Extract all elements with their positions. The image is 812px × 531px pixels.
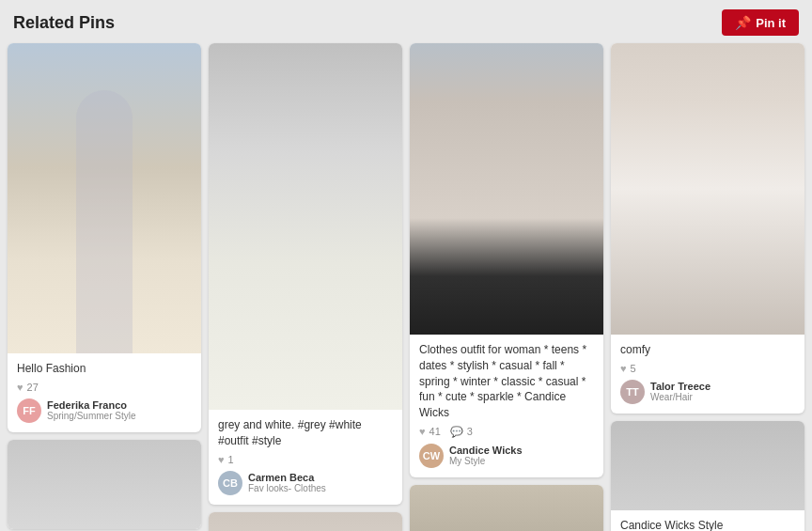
pin-user: TT Talor Treece Wear/Hair	[620, 380, 795, 404]
pin-like-count: 41	[429, 426, 441, 437]
pin-stats: ♥ 27	[17, 382, 192, 393]
pin-card[interactable]	[209, 512, 402, 531]
avatar-initials: FF	[23, 405, 35, 416]
pin-card[interactable]: comfy ♥ 5 TT Talor Treece Wear/Hair	[611, 43, 804, 414]
pin-card[interactable]	[8, 440, 201, 529]
pin-column-3: Clothes outfit for woman * teens * dates…	[410, 43, 603, 531]
avatar: CB	[218, 471, 242, 495]
pin-title: Candice Wicks Style	[620, 518, 795, 531]
user-info: Candice Wicks My Style	[449, 445, 523, 466]
pin-image	[209, 43, 402, 410]
pin-like-count: 27	[27, 382, 39, 393]
pin-column-2: grey and white. #grey #white #outfit #st…	[209, 43, 402, 531]
user-name: Federika Franco	[47, 399, 135, 411]
pins-grid: Hello Fashion ♥ 27 FF Federika Franco Sp…	[0, 43, 812, 531]
user-name: Talor Treece	[650, 381, 710, 392]
avatar: TT	[620, 380, 645, 404]
user-name: Candice Wicks	[449, 445, 523, 456]
pin-image	[611, 421, 804, 510]
user-info: Federika Franco Spring/Summer Style	[47, 399, 135, 421]
pin-card[interactable]	[410, 485, 603, 531]
pin-icon: 📌	[735, 15, 751, 30]
pin-stats: ♥ 41 💬 3	[419, 426, 594, 438]
pin-body: grey and white. #grey #white #outfit #st…	[209, 410, 402, 505]
pin-column-1: Hello Fashion ♥ 27 FF Federika Franco Sp…	[8, 43, 201, 529]
heart-icon: ♥	[17, 382, 23, 393]
avatar-initials: TT	[626, 386, 638, 398]
pin-stats: ♥ 1	[218, 454, 393, 465]
pin-card[interactable]: Candice Wicks Style	[611, 421, 804, 531]
pin-column-4: comfy ♥ 5 TT Talor Treece Wear/Hair	[611, 43, 804, 531]
pin-user: FF Federika Franco Spring/Summer Style	[17, 398, 192, 423]
board-name: Fav looks- Clothes	[248, 483, 326, 493]
pin-card[interactable]: Hello Fashion ♥ 27 FF Federika Franco Sp…	[8, 43, 201, 432]
avatar-initials: CW	[423, 450, 440, 461]
pin-body: Clothes outfit for woman * teens * dates…	[410, 335, 603, 477]
pin-title: comfy	[620, 342, 795, 358]
pin-user: CW Candice Wicks My Style	[419, 444, 594, 468]
pin-image	[8, 440, 201, 529]
pin-body: comfy ♥ 5 TT Talor Treece Wear/Hair	[611, 335, 804, 414]
pin-image	[611, 43, 804, 335]
avatar: FF	[17, 398, 41, 423]
pin-image	[8, 43, 201, 353]
pin-button-label: Pin it	[756, 16, 786, 30]
pin-user: CB Carmen Beca Fav looks- Clothes	[218, 471, 393, 495]
heart-icon: ♥	[218, 454, 225, 465]
user-info: Talor Treece Wear/Hair	[650, 381, 710, 402]
avatar: CW	[419, 444, 444, 468]
pin-title: Hello Fashion	[17, 361, 192, 377]
section-header: Related Pins 📌 Pin it	[0, 0, 812, 43]
comment-icon: 💬	[450, 426, 463, 438]
pin-image	[410, 43, 603, 335]
pin-title: grey and white. #grey #white #outfit #st…	[218, 417, 393, 449]
pin-body: Candice Wicks Style	[611, 510, 804, 531]
pin-title: Clothes outfit for woman * teens * dates…	[419, 342, 594, 421]
pin-card[interactable]: grey and white. #grey #white #outfit #st…	[209, 43, 402, 505]
pin-image	[209, 512, 402, 531]
page-title: Related Pins	[13, 13, 115, 33]
pin-like-count: 1	[228, 454, 234, 465]
board-name: My Style	[449, 456, 523, 466]
pin-stats: ♥ 5	[620, 363, 795, 374]
user-name: Carmen Beca	[248, 472, 326, 483]
board-name: Wear/Hair	[650, 392, 710, 402]
pin-body: Hello Fashion ♥ 27 FF Federika Franco Sp…	[8, 353, 201, 432]
heart-icon: ♥	[419, 426, 426, 437]
pin-it-button[interactable]: 📌 Pin it	[722, 9, 799, 36]
pin-card[interactable]: Clothes outfit for woman * teens * dates…	[410, 43, 603, 477]
board-name: Spring/Summer Style	[47, 411, 135, 421]
pin-comment-count: 3	[467, 426, 473, 437]
heart-icon: ♥	[620, 363, 627, 374]
user-info: Carmen Beca Fav looks- Clothes	[248, 472, 326, 493]
pin-like-count: 5	[631, 363, 636, 374]
related-pins-section: Related Pins 📌 Pin it Hello Fashion ♥ 27	[0, 0, 812, 531]
pin-image	[410, 485, 603, 531]
avatar-initials: CB	[223, 477, 238, 489]
